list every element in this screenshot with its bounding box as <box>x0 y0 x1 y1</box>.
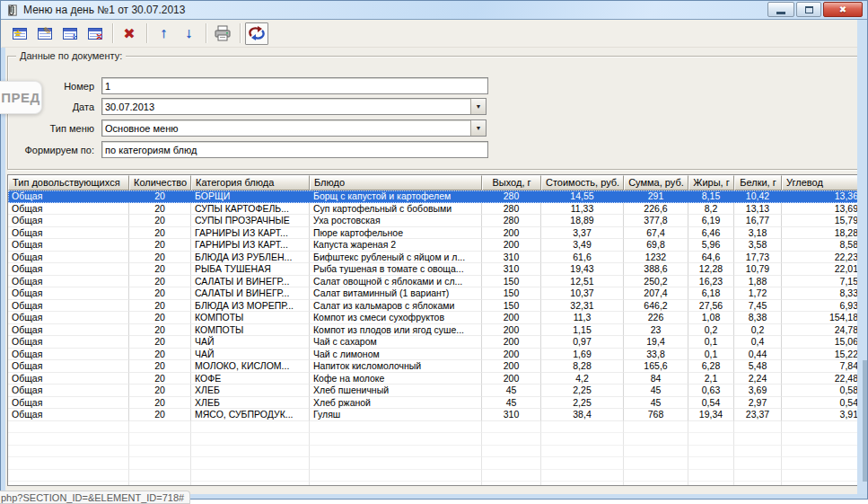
cell-protein[interactable]: 13,13 <box>734 203 782 216</box>
cell-sum[interactable]: 388,6 <box>624 263 688 276</box>
cell-carb[interactable]: 15,79 <box>782 215 858 227</box>
cell-category[interactable]: ХЛЕБ <box>191 397 310 410</box>
group-by-input[interactable] <box>102 142 487 157</box>
cell-sum[interactable]: 69,8 <box>624 239 688 252</box>
column-header-out[interactable]: Выход, г <box>482 175 541 190</box>
cell-qty[interactable]: 20 <box>129 239 191 252</box>
cell-carb[interactable]: 7,84 <box>782 360 858 373</box>
cell-dish[interactable]: Бифштекс рубленый с яйцом и л... <box>310 252 482 264</box>
group-by-field[interactable] <box>101 141 488 158</box>
edit-document-button[interactable]: ✎ <box>33 22 57 45</box>
cell-fat[interactable]: 6,46 <box>688 227 734 240</box>
column-header-sum[interactable]: Сумма, руб. <box>624 175 688 190</box>
cell-carb[interactable]: 8,33 <box>782 287 858 300</box>
cell-out[interactable]: 200 <box>482 312 541 324</box>
cell-category[interactable]: МЯСО, СУБПРОДУК... <box>191 409 310 421</box>
cell-type[interactable]: Общая <box>8 385 129 397</box>
remove-row-button[interactable]: × <box>83 22 107 45</box>
number-field[interactable] <box>101 77 488 94</box>
cell-dish[interactable]: Хлеб пшеничный <box>310 385 482 397</box>
cell-dish[interactable]: Суп картофельный с бобовыми <box>310 203 482 216</box>
prev-overlay-button[interactable]: ПРЕД <box>0 81 42 114</box>
table-row[interactable]: Общая20СУПЫ ПРОЗРАЧНЫЕУха ростовская2801… <box>8 215 858 227</box>
cell-type[interactable]: Общая <box>8 349 129 361</box>
table-row[interactable]: Общая20БЛЮДА ИЗ РУБЛЕН...Бифштекс рублен… <box>8 252 858 264</box>
date-input[interactable] <box>102 99 470 114</box>
cell-qty[interactable]: 20 <box>129 190 191 203</box>
number-input[interactable] <box>102 78 487 93</box>
cell-type[interactable]: Общая <box>8 287 129 300</box>
cell-fat[interactable]: 19,34 <box>688 409 734 421</box>
cell-type[interactable]: Общая <box>8 276 129 288</box>
cell-sum[interactable]: 646,2 <box>624 300 688 313</box>
cell-dish[interactable]: Гуляш <box>310 409 482 421</box>
cell-protein[interactable]: 10,79 <box>734 263 782 276</box>
table-row[interactable]: Общая20ХЛЕБХлеб пшеничный452,25450,633,6… <box>8 385 858 397</box>
cell-category[interactable]: САЛАТЫ И ВИНЕГР... <box>191 287 310 300</box>
table-row[interactable]: Общая20САЛАТЫ И ВИНЕГР...Салат овощной с… <box>8 276 858 288</box>
cell-carb[interactable]: 15,22 <box>782 349 858 361</box>
cell-dish[interactable]: Чай с лимоном <box>310 349 482 361</box>
cell-price[interactable]: 4,2 <box>541 373 624 385</box>
cell-carb[interactable]: 0,54 <box>782 397 858 410</box>
cell-protein[interactable]: 1,88 <box>734 276 782 288</box>
close-button[interactable]: ✖ <box>823 2 863 17</box>
cell-protein[interactable]: 10,42 <box>734 190 782 203</box>
cell-fat[interactable]: 6,19 <box>688 215 734 227</box>
cell-qty[interactable]: 20 <box>129 227 191 240</box>
cell-category[interactable]: СУПЫ КАРТОФЕЛЬ... <box>191 203 310 216</box>
chevron-down-icon[interactable]: ▼ <box>470 120 486 136</box>
refresh-button[interactable] <box>245 22 268 45</box>
cell-qty[interactable]: 20 <box>129 409 191 421</box>
cell-price[interactable]: 0,97 <box>541 336 624 349</box>
cell-fat[interactable]: 8,2 <box>688 203 734 216</box>
cell-carb[interactable]: 0,58 <box>782 385 858 397</box>
cell-qty[interactable]: 20 <box>129 385 191 397</box>
cell-protein[interactable]: 3,18 <box>734 227 782 240</box>
cell-qty[interactable]: 20 <box>129 252 191 264</box>
cell-price[interactable]: 2,25 <box>541 385 624 397</box>
cell-out[interactable]: 200 <box>482 336 541 349</box>
cell-protein[interactable]: 0,44 <box>734 349 782 361</box>
cell-category[interactable]: БОРЩИ <box>191 190 310 203</box>
cell-qty[interactable]: 20 <box>129 360 191 373</box>
table-row[interactable]: Общая20БЛЮДА ИЗ МОРЕПР...Салат из кальма… <box>8 300 858 313</box>
cell-price[interactable]: 8,28 <box>541 360 624 373</box>
cell-dish[interactable]: Салат овощной с яблоками и сл... <box>310 276 482 288</box>
cell-fat[interactable]: 2,1 <box>688 373 734 385</box>
cell-out[interactable]: 45 <box>482 397 541 410</box>
cell-sum[interactable]: 45 <box>624 397 688 410</box>
cell-out[interactable]: 200 <box>482 373 541 385</box>
cell-carb[interactable]: 3,91 <box>782 409 858 421</box>
table-row[interactable]: Общая20МОЛОКО, КИСЛОМ...Напиток кисломол… <box>8 360 858 373</box>
cell-price[interactable]: 3,49 <box>541 239 624 252</box>
cell-dish[interactable]: Салат витаминный (1 вариант) <box>310 287 482 300</box>
menu-type-combobox[interactable]: ▼ <box>101 119 487 137</box>
cell-dish[interactable]: Кофе на молоке <box>310 373 482 385</box>
cell-qty[interactable]: 20 <box>129 349 191 361</box>
cell-sum[interactable]: 84 <box>624 373 688 385</box>
cell-fat[interactable]: 6,18 <box>688 287 734 300</box>
cell-carb[interactable]: 15,06 <box>782 336 858 349</box>
cell-carb[interactable]: 22,23 <box>782 252 858 264</box>
cell-sum[interactable]: 768 <box>624 409 688 421</box>
move-down-button[interactable]: ↓ <box>177 22 200 45</box>
cell-carb[interactable]: 6,93 <box>782 300 858 313</box>
cell-type[interactable]: Общая <box>8 373 129 385</box>
cell-protein[interactable]: 16,77 <box>734 215 782 227</box>
cell-type[interactable]: Общая <box>8 190 129 203</box>
cell-sum[interactable]: 377,8 <box>624 215 688 227</box>
cell-carb[interactable]: 24,78 <box>782 324 858 337</box>
cell-category[interactable]: ЧАЙ <box>191 336 310 349</box>
cell-carb[interactable]: 18,28 <box>782 227 858 240</box>
cell-qty[interactable]: 20 <box>129 263 191 276</box>
cell-out[interactable]: 280 <box>482 215 541 227</box>
cell-price[interactable]: 10,37 <box>541 287 624 300</box>
column-header-type[interactable]: Тип довольствующихся <box>8 175 129 190</box>
cell-price[interactable]: 38,4 <box>541 409 624 421</box>
cell-sum[interactable]: 19,4 <box>624 336 688 349</box>
cell-sum[interactable]: 291 <box>624 190 688 203</box>
cell-type[interactable]: Общая <box>8 252 129 264</box>
cell-protein[interactable]: 0,4 <box>734 336 782 349</box>
cell-category[interactable]: МОЛОКО, КИСЛОМ... <box>191 360 310 373</box>
